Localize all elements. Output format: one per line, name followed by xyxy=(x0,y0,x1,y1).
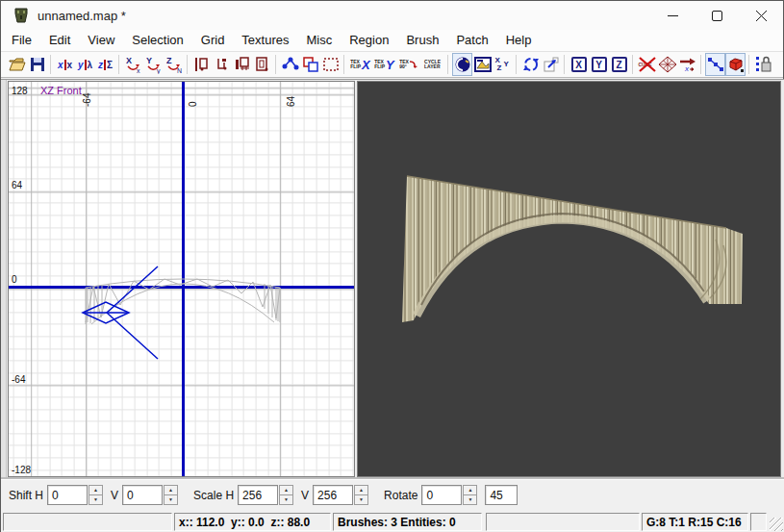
cube-delete-icon: CUBE xyxy=(638,56,657,73)
popup-window-button[interactable] xyxy=(541,53,561,76)
save-file-button[interactable] xyxy=(27,53,47,76)
status-grid-info: G:8 T:1 R:15 C:16 xyxy=(642,513,748,531)
menu-brush[interactable]: Brush xyxy=(397,30,447,51)
close-button[interactable] xyxy=(739,1,783,30)
toolbar-separator xyxy=(561,54,569,75)
menu-textures[interactable]: Textures xyxy=(233,30,297,51)
save-file-icon xyxy=(30,57,45,72)
grid-label-64: 64 xyxy=(12,180,22,190)
rotate-label: Rotate xyxy=(384,489,417,502)
arch-silhouette xyxy=(402,176,743,322)
shift-h-spinner[interactable]: 0 ▲▼ xyxy=(47,485,103,505)
patch-mesh-button[interactable] xyxy=(657,53,677,76)
spin-down-icon[interactable]: ▼ xyxy=(354,494,368,505)
tex-rotate-90-button[interactable]: TEX90° xyxy=(396,53,420,76)
flip-x-button[interactable]: xx xyxy=(55,53,75,76)
toolbar: xx yλ zΣ X x Y y Z xyxy=(1,51,783,78)
polyline-tool-button[interactable] xyxy=(705,53,725,76)
status-counts: Brushes: 3 Entities: 0 xyxy=(333,513,482,531)
open-file-button[interactable] xyxy=(7,53,27,76)
grid-hlabel-64: 64 xyxy=(286,96,296,107)
popup-window-icon xyxy=(543,56,560,73)
menu-selection[interactable]: Selection xyxy=(123,30,191,51)
lock-list-button[interactable] xyxy=(753,53,773,76)
lock-list-icon xyxy=(755,55,772,74)
cycle-layer-button[interactable]: CYCLELAYER xyxy=(420,53,444,76)
menu-region[interactable]: Region xyxy=(341,30,397,51)
spin-down-icon[interactable]: ▼ xyxy=(89,494,103,505)
spin-down-icon[interactable]: ▼ xyxy=(279,494,293,505)
selection-rect-button[interactable] xyxy=(320,53,341,76)
status-empty-right xyxy=(750,513,767,531)
brush-mirror-icon xyxy=(254,56,271,73)
rotate-y-icon: Y y xyxy=(144,55,164,74)
brush-mirror-button[interactable] xyxy=(252,53,272,76)
menu-file[interactable]: File xyxy=(3,30,40,51)
menu-misc[interactable]: Misc xyxy=(298,30,341,51)
svg-text:N: N xyxy=(177,67,182,74)
brush-flip-v-icon xyxy=(214,56,231,73)
brush-flip-v-button[interactable] xyxy=(212,53,232,76)
flip-z-button[interactable]: zΣ xyxy=(95,53,115,76)
menu-help[interactable]: Help xyxy=(497,30,541,51)
move-x-button[interactable]: x xyxy=(677,53,697,76)
shift-v-spinner[interactable]: 0 ▲▼ xyxy=(122,485,178,505)
scale-v-spinner[interactable]: 256 ▲▼ xyxy=(313,485,368,505)
cube-delete-button[interactable]: CUBE xyxy=(637,53,657,76)
status-empty-mid xyxy=(486,513,640,531)
tex-flip-x-button[interactable]: TEXFLIP X xyxy=(348,53,372,76)
menu-view[interactable]: View xyxy=(79,30,123,51)
clone-brush-button[interactable] xyxy=(300,53,320,76)
axis-z-button[interactable]: Z xyxy=(609,53,629,76)
rotate-x-button[interactable]: X x xyxy=(123,53,143,76)
scale-h-spinner[interactable]: 256 ▲▼ xyxy=(238,485,293,505)
clone-brush-icon xyxy=(302,56,319,73)
shift-v-input[interactable]: 0 xyxy=(122,485,163,505)
minimize-button[interactable] xyxy=(650,1,695,30)
scale-h-label: Scale H xyxy=(193,489,234,502)
grid-label-n128: -128 xyxy=(12,465,31,475)
maximize-button[interactable] xyxy=(695,1,739,30)
toolbar-separator xyxy=(115,54,123,75)
svg-text:Z: Z xyxy=(166,56,172,65)
rotate-y-button[interactable]: Y y xyxy=(143,53,164,76)
toolbar-separator xyxy=(629,54,637,75)
brush3d-button[interactable] xyxy=(725,53,746,76)
free-rotate-button[interactable] xyxy=(520,53,541,76)
xzy-axis-button[interactable]: X Z Y xyxy=(493,53,513,76)
tex-flip-x-icon: X xyxy=(362,58,370,72)
menu-edit[interactable]: Edit xyxy=(40,30,79,51)
axis-y-button[interactable]: Y xyxy=(589,53,609,76)
axis-z-icon: Z xyxy=(612,57,627,72)
menu-grid[interactable]: Grid xyxy=(192,30,234,51)
shift-h-input[interactable]: 0 xyxy=(47,485,88,505)
view-2d-panel[interactable]: 128 64 0 -64 -128 -64 0 64 XZ Front xyxy=(8,81,355,477)
rotate-z-button[interactable]: Z N xyxy=(164,53,184,76)
spin-down-icon[interactable]: ▼ xyxy=(164,494,178,505)
scale-v-input[interactable]: 256 xyxy=(313,485,353,505)
spin-down-icon[interactable]: ▼ xyxy=(463,494,477,505)
grid-label-128: 128 xyxy=(12,86,28,96)
menu-patch[interactable]: Patch xyxy=(447,30,496,51)
arch-3d-render xyxy=(358,82,780,476)
menu-bar: File Edit View Selection Grid Textures M… xyxy=(1,30,783,51)
axis-x-button[interactable]: X xyxy=(569,53,589,76)
textured-view-button[interactable] xyxy=(472,53,493,76)
brush-flip-h-button[interactable] xyxy=(191,53,212,76)
view-2d-name: XZ Front xyxy=(40,85,82,96)
flip-y-button[interactable]: yλ xyxy=(75,53,95,76)
toolbar-separator xyxy=(513,54,520,75)
resize-grip-icon[interactable] xyxy=(770,518,783,531)
patch-mesh-icon xyxy=(658,56,677,73)
rotate-input[interactable]: 0 xyxy=(421,485,462,505)
rotate-angle-input[interactable]: 45 xyxy=(485,485,518,505)
camera-fov-lower xyxy=(107,313,158,359)
tex-flip-y-button[interactable]: TEXFLIP Y xyxy=(372,53,396,76)
entity-link-button[interactable] xyxy=(280,53,300,76)
camera-view-icon xyxy=(454,56,471,73)
scale-h-input[interactable]: 256 xyxy=(238,485,278,505)
view-3d-panel[interactable] xyxy=(357,81,781,477)
brush-grid-snap-button[interactable] xyxy=(232,53,252,76)
camera-view-button[interactable] xyxy=(452,53,472,76)
rotate-spinner[interactable]: 0 ▲▼ xyxy=(421,485,477,505)
